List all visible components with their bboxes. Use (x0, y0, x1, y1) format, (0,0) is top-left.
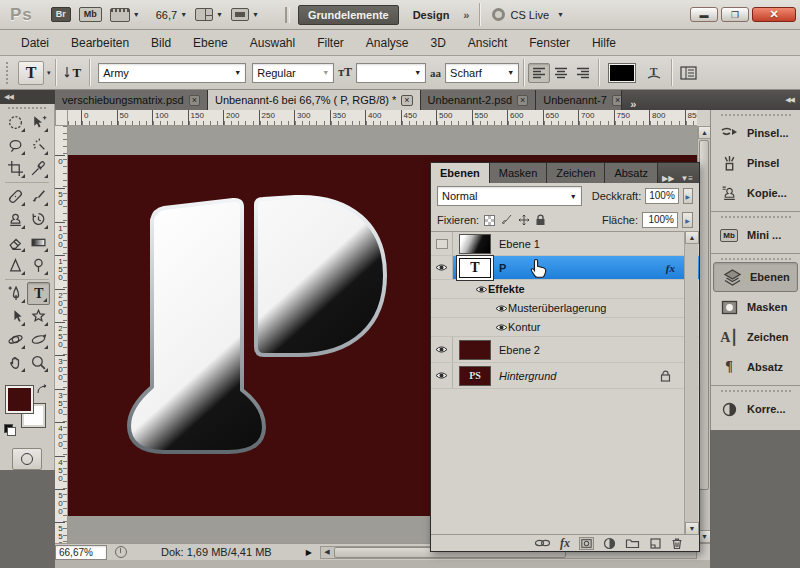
delete-layer-icon[interactable] (671, 537, 683, 550)
zoom-tool[interactable] (27, 351, 50, 374)
layers-scrollbar[interactable]: ▲ ▼ (684, 231, 698, 535)
foreground-color-swatch[interactable] (6, 386, 33, 413)
layer-row-ebene2[interactable]: Ebene 2 (431, 337, 699, 363)
eraser-tool[interactable] (4, 231, 27, 254)
pen-tool[interactable] (4, 282, 27, 305)
visibility-toggle[interactable] (431, 337, 453, 362)
visibility-toggle[interactable] (431, 232, 453, 255)
link-layers-icon[interactable] (534, 538, 551, 548)
clone-stamp-tool[interactable] (4, 208, 27, 231)
custom-shape-tool[interactable] (27, 305, 50, 328)
menu-item[interactable]: Hilfe (581, 32, 627, 54)
status-options-arrow[interactable]: ▶ (306, 548, 312, 557)
font-family-select[interactable]: Army ▼ (98, 63, 246, 83)
path-selection-tool[interactable] (4, 305, 27, 328)
layer-style-button[interactable]: fx (560, 536, 570, 551)
font-size-select[interactable]: ▼ (356, 63, 426, 83)
toggle-panels-button[interactable] (676, 66, 701, 80)
lock-pixels-button[interactable] (500, 214, 513, 227)
lock-all-button[interactable] (534, 214, 547, 227)
layer-thumbnail[interactable] (459, 234, 491, 254)
screen-mode-button[interactable]: ▼ (231, 8, 259, 21)
effects-header-row[interactable]: Effekte (431, 280, 699, 299)
horizontal-ruler[interactable]: 0501001502002503003504004505005506006507… (68, 110, 697, 126)
effect-row-stroke[interactable]: Kontur (431, 318, 699, 337)
align-center-button[interactable] (550, 63, 572, 83)
dock-item-character[interactable]: A⎮ Zeichen (711, 322, 800, 352)
dock-item-mini-bridge[interactable]: Mb Mini ... (711, 220, 800, 250)
gradient-tool[interactable] (27, 231, 50, 254)
panel-expand-icon[interactable]: ▶▶ (662, 174, 674, 183)
anti-alias-select[interactable]: Scharf ▼ (445, 63, 519, 83)
menu-item[interactable]: Auswahl (239, 32, 306, 54)
background-layer-thumbnail[interactable]: PS (459, 366, 491, 386)
sharpen-tool[interactable] (4, 254, 27, 277)
bridge-flyout-button[interactable]: ▼ (110, 8, 140, 22)
move-tool[interactable] (27, 111, 50, 134)
elliptical-marquee-tool[interactable] (4, 111, 27, 134)
brush-tool[interactable] (27, 185, 50, 208)
lock-transparency-button[interactable] (483, 214, 496, 227)
healing-brush-tool[interactable] (4, 185, 27, 208)
layer-row-ebene1[interactable]: Ebene 1 (431, 232, 699, 256)
opacity-slider-icon[interactable]: ▶ (683, 188, 693, 204)
dock-item-brush-panel[interactable]: Pinsel... (711, 118, 800, 148)
lock-position-button[interactable] (517, 214, 530, 227)
document-tab[interactable]: verschiebungsmatrix.psd × (55, 90, 208, 110)
layer-row-hintergrund[interactable]: PS Hintergrund (431, 363, 699, 389)
default-colors-icon[interactable] (4, 424, 16, 436)
launch-bridge-button[interactable]: Br (51, 7, 71, 22)
dodge-tool[interactable] (27, 254, 50, 277)
add-layer-mask-icon[interactable] (579, 537, 594, 550)
magic-wand-tool[interactable] (27, 134, 50, 157)
hand-tool[interactable] (4, 351, 27, 374)
workspace-grundelemente-button[interactable]: Grundelemente (298, 5, 399, 25)
layer-row-p-selected[interactable]: T P fx (431, 256, 699, 280)
align-left-button[interactable] (528, 63, 550, 83)
new-group-icon[interactable] (625, 537, 640, 549)
fill-input[interactable]: 100% (642, 212, 678, 228)
text-orientation-button[interactable]: T (60, 65, 86, 81)
font-style-select[interactable]: Regular ▼ (252, 63, 334, 83)
menu-item[interactable]: Datei (10, 32, 60, 54)
opacity-input[interactable]: 100% (645, 188, 679, 204)
align-right-button[interactable] (572, 63, 594, 83)
dock-item-layers[interactable]: Ebenen (713, 262, 798, 292)
tab-zeichen[interactable]: Zeichen (547, 163, 605, 183)
dock-item-paragraph[interactable]: ¶ Absatz (711, 352, 800, 382)
type-tool[interactable]: T (27, 282, 50, 305)
lasso-tool[interactable] (4, 134, 27, 157)
quick-mask-button[interactable] (12, 448, 42, 470)
blend-mode-select[interactable]: Normal ▼ (437, 186, 582, 206)
workspace-overflow-button[interactable]: » (463, 9, 467, 21)
menu-item[interactable]: Ansicht (457, 32, 518, 54)
swap-colors-icon[interactable] (36, 384, 49, 396)
warp-text-button[interactable]: T (641, 65, 667, 81)
visibility-toggle[interactable] (431, 363, 453, 388)
history-brush-tool[interactable] (27, 208, 50, 231)
workspace-design-button[interactable]: Design (407, 6, 456, 24)
fill-slider-icon[interactable]: ▶ (682, 212, 693, 228)
scroll-left-icon[interactable]: ◀ (321, 547, 333, 558)
dock-item-masks[interactable]: Masken (711, 292, 800, 322)
menu-item[interactable]: 3D (420, 32, 457, 54)
tab-absatz[interactable]: Absatz (605, 163, 658, 183)
close-icon[interactable]: × (612, 95, 622, 106)
tab-overflow-button[interactable]: » (622, 98, 642, 110)
tab-ebenen[interactable]: Ebenen (431, 163, 490, 183)
crop-tool[interactable] (4, 157, 27, 180)
document-tab[interactable]: Unbenannt-7 × (536, 90, 622, 110)
scroll-up-icon[interactable]: ▲ (685, 231, 699, 244)
panel-menu-icon[interactable]: ▼≡ (680, 174, 693, 183)
menu-item[interactable]: Ebene (182, 32, 239, 54)
zoom-level-control[interactable]: 66,7 ▼ (156, 9, 187, 21)
menu-item[interactable]: Bild (140, 32, 182, 54)
dock-item-brush-presets[interactable]: Pinsel (711, 148, 800, 178)
close-icon[interactable]: × (401, 95, 412, 106)
adjustment-layer-icon[interactable] (603, 537, 616, 550)
minimize-button[interactable]: ▬ (690, 7, 718, 22)
close-button[interactable]: ✕ (752, 7, 796, 22)
vertical-ruler[interactable]: 050100150200250300350400450500550 (55, 126, 68, 543)
toolbar-collapse-bar[interactable]: ◀◀ (0, 90, 55, 104)
dock-item-adjustments[interactable]: Korre... (711, 394, 800, 424)
